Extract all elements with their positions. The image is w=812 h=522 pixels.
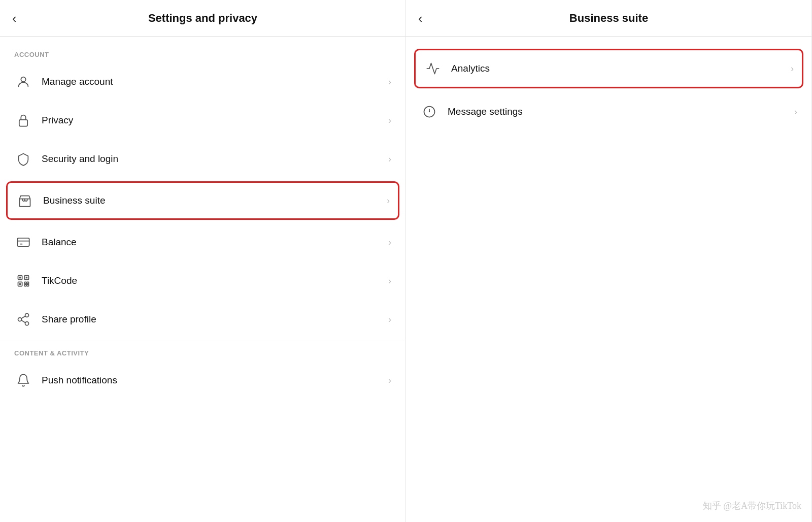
analytics-chevron: › <box>791 63 794 74</box>
svg-rect-5 <box>19 277 21 279</box>
tikcode-item[interactable]: TikCode › <box>0 262 405 300</box>
right-panel: ‹ Business suite Analytics › Message <box>406 0 812 522</box>
message-settings-item[interactable]: Message settings › <box>406 92 811 131</box>
left-panel-content: ACCOUNT Manage account › Privacy › Secur… <box>0 37 405 522</box>
balance-label: Balance <box>42 237 388 248</box>
left-panel: ‹ Settings and privacy ACCOUNT Manage ac… <box>0 0 406 522</box>
svg-point-15 <box>18 318 22 321</box>
left-back-button[interactable]: ‹ <box>12 12 17 25</box>
privacy-label: Privacy <box>42 115 388 126</box>
svg-rect-10 <box>24 282 26 284</box>
qr-icon <box>14 272 32 290</box>
svg-point-14 <box>25 313 29 317</box>
privacy-item[interactable]: Privacy › <box>0 101 405 140</box>
message-settings-chevron: › <box>794 107 797 117</box>
right-back-button[interactable]: ‹ <box>418 12 423 25</box>
svg-rect-7 <box>26 277 28 279</box>
privacy-chevron: › <box>388 115 391 126</box>
svg-rect-13 <box>27 284 29 286</box>
balance-chevron: › <box>388 237 391 248</box>
tikcode-chevron: › <box>388 276 391 286</box>
balance-icon <box>14 233 32 251</box>
share-profile-label: Share profile <box>42 314 388 325</box>
business-suite-label: Business suite <box>43 195 387 206</box>
share-profile-chevron: › <box>388 314 391 325</box>
security-login-label: Security and login <box>42 153 388 165</box>
push-notifications-item[interactable]: Push notifications › <box>0 361 405 400</box>
svg-rect-11 <box>27 282 29 284</box>
analytics-icon <box>424 59 442 78</box>
analytics-label: Analytics <box>451 63 791 74</box>
business-suite-item[interactable]: Business suite › <box>6 181 399 220</box>
tikcode-label: TikCode <box>42 275 388 286</box>
message-settings-icon <box>420 103 438 121</box>
manage-account-chevron: › <box>388 77 391 87</box>
right-panel-title: Business suite <box>569 12 648 25</box>
security-login-item[interactable]: Security and login › <box>0 140 405 178</box>
right-panel-header: ‹ Business suite <box>406 0 811 37</box>
push-notifications-chevron: › <box>388 375 391 386</box>
right-panel-content: Analytics › Message settings › <box>406 37 811 522</box>
shop-icon <box>16 191 34 210</box>
analytics-item[interactable]: Analytics › <box>414 49 803 88</box>
person-icon <box>14 73 32 91</box>
svg-line-17 <box>21 320 25 323</box>
push-notifications-label: Push notifications <box>42 375 388 386</box>
svg-line-18 <box>21 316 25 319</box>
svg-point-16 <box>25 322 29 325</box>
svg-rect-9 <box>19 283 21 285</box>
balance-item[interactable]: Balance › <box>0 223 405 262</box>
share-icon <box>14 310 32 329</box>
bell-icon <box>14 371 32 389</box>
svg-rect-3 <box>17 238 29 246</box>
content-activity-section-label: CONTENT & ACTIVITY <box>0 343 405 361</box>
business-suite-chevron: › <box>387 195 390 206</box>
watermark: 知乎 @老A带你玩TikTok <box>703 500 801 512</box>
left-panel-header: ‹ Settings and privacy <box>0 0 405 37</box>
security-login-chevron: › <box>388 154 391 165</box>
svg-rect-1 <box>19 120 27 126</box>
manage-account-item[interactable]: Manage account › <box>0 62 405 101</box>
left-panel-title: Settings and privacy <box>148 12 257 25</box>
shield-icon <box>14 150 32 168</box>
lock-icon <box>14 111 32 129</box>
share-profile-item[interactable]: Share profile › <box>0 300 405 339</box>
account-section-label: ACCOUNT <box>0 45 405 62</box>
message-settings-label: Message settings <box>448 106 794 117</box>
svg-point-0 <box>21 77 25 82</box>
svg-rect-12 <box>24 284 26 286</box>
manage-account-label: Manage account <box>42 76 388 87</box>
section-divider <box>0 341 405 341</box>
